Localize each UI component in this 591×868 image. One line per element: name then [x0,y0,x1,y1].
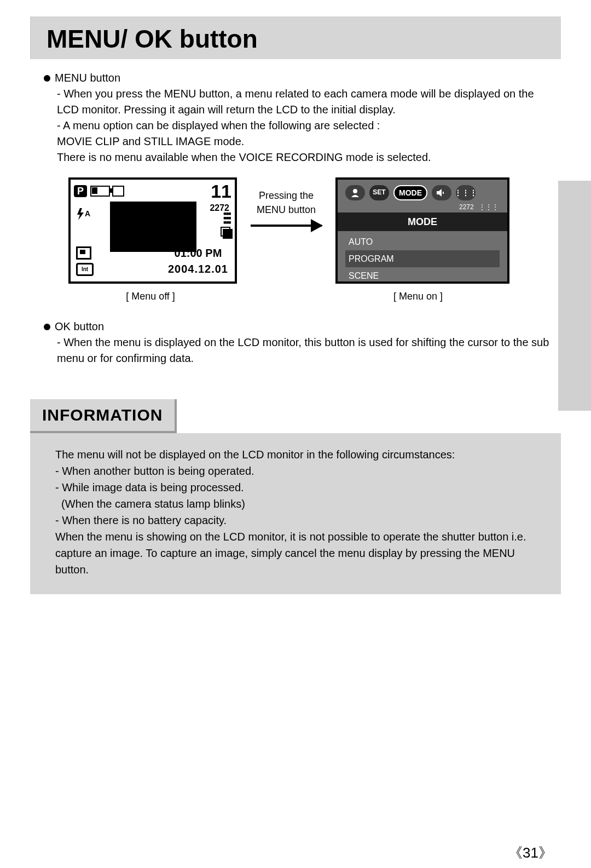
section1-line-3: There is no menu available when the VOIC… [57,150,553,165]
mode-item-scene: SCENE [345,267,500,284]
bullet-icon [44,75,50,82]
section2-heading: OK button [55,319,104,335]
info-line-0: The menu will not be displayed on the LC… [55,446,547,463]
lcd-menu-on: SET MODE ⋮⋮⋮ 2272 ⋮⋮⋮ MODE [335,177,509,284]
side-tab [558,181,591,411]
quality-icon [219,227,230,238]
page-title: MENU/ OK button [47,24,550,54]
user-tab-icon [345,185,365,200]
info-line-4: - When there is no battery capacity. [55,512,547,528]
svg-point-1 [353,189,357,193]
info-line-1: - When another button is being operated. [55,463,547,479]
date-label: 2004.12.01 [168,261,228,277]
mode-item-auto: AUTO [345,233,500,250]
set-tab-icon: SET [369,185,389,200]
info-line-2: - While image data is being processed. [55,479,547,496]
information-heading: INFORMATION [30,399,177,433]
shot-count: 11 [211,182,231,200]
arrow-caption-2: MENU button [237,203,335,217]
svg-marker-2 [437,189,442,197]
information-body: The menu will not be displayed on the LC… [30,433,561,594]
info-line-3: (When the camera status lamp blinks) [55,496,547,512]
section1-line-0: - When you press the MENU button, a menu… [57,86,553,118]
lcd-menu-off: P 11 2272 ▪▪▪▪▪▪▪▪▪ A Int [68,177,237,284]
battery-icon [90,186,110,197]
mode-badge: P [74,185,87,197]
section1-heading: MENU button [55,70,120,86]
flash-auto-icon: A [76,208,90,225]
mode-tab-active: MODE [393,185,427,200]
page-number: 《31》 [508,843,553,863]
storage-icon [112,186,124,197]
arrow-caption-1: Pressing the [237,188,335,203]
info-line-5: When the menu is showing on the LCD moni… [55,528,547,578]
page-title-bar: MENU/ OK button [30,16,561,59]
mode-header: MODE [338,212,507,231]
section1-line-2: MOVIE CLIP and STILL IMAGE mode. [57,134,553,150]
sound-tab-icon [432,185,451,200]
mode-item-program: PROGRAM [345,250,500,267]
caption-menu-on: [ Menu on ] [331,289,505,303]
section1-line-1: - A menu option can be displayed when th… [57,118,553,134]
menu-grid-icon: ⋮⋮⋮ [479,203,499,211]
internal-memory-icon: Int [76,263,94,276]
grid-tab-icon: ⋮⋮⋮ [456,185,476,200]
menu-resolution: 2272 [459,203,474,211]
svg-marker-0 [77,208,84,220]
bullet-icon [44,324,50,330]
grid-icon: ▪▪▪▪▪▪▪▪▪ [219,211,230,225]
figure-row: P 11 2272 ▪▪▪▪▪▪▪▪▪ A Int [68,177,553,284]
focus-icon [76,246,91,260]
time-label: 01:00 PM [168,245,228,261]
arrow-right-icon [251,225,322,227]
section2-line: - When the menu is displayed on the LCD … [57,335,553,366]
preview-area [110,202,196,252]
svg-rect-3 [443,192,444,194]
caption-menu-off: [ Menu off ] [68,289,233,303]
